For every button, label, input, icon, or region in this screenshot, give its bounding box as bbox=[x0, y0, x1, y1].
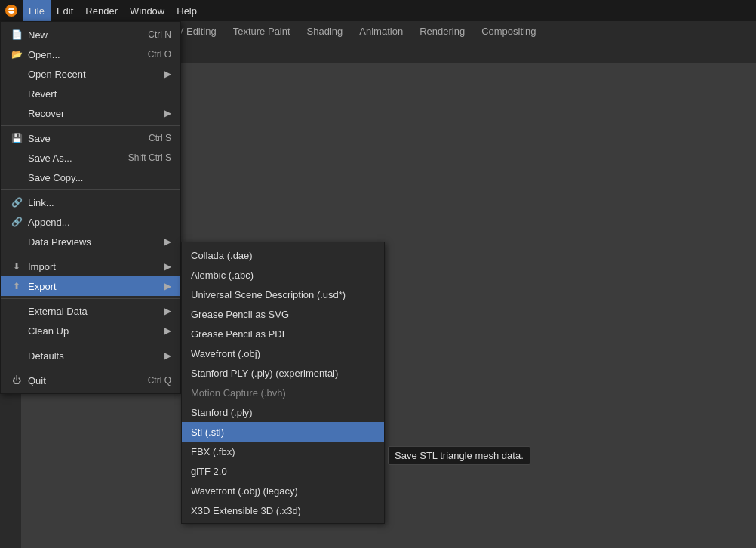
tab-shading[interactable]: Shading bbox=[300, 23, 351, 39]
menu-item-open-recent[interactable]: Open Recent ▶ bbox=[1, 64, 180, 84]
export-gltf[interactable]: glTF 2.0 bbox=[182, 461, 384, 481]
link-icon: 🔗 bbox=[10, 197, 23, 208]
new-label: New bbox=[28, 29, 48, 41]
menu-item-save-copy[interactable]: Save Copy... bbox=[1, 168, 180, 187]
export-stanford-ply[interactable]: Stanford (.ply) bbox=[182, 402, 384, 422]
menu-item-external-data[interactable]: External Data ▶ bbox=[1, 301, 180, 321]
append-icon: 🔗 bbox=[10, 217, 23, 227]
open-label: Open... bbox=[28, 49, 60, 60]
export-icon: ⬆ bbox=[10, 281, 23, 291]
menu-item-defaults[interactable]: Defaults ▶ bbox=[1, 346, 180, 365]
export-grease-pdf[interactable]: Grease Pencil as PDF bbox=[182, 324, 384, 343]
separator-6 bbox=[1, 368, 180, 368]
tab-compositing[interactable]: Compositing bbox=[474, 23, 543, 39]
menu-item-new[interactable]: 📄 New Ctrl N bbox=[1, 25, 180, 45]
file-dropdown-menu: 📄 New Ctrl N 📂 Open... Ctrl O Open Recen… bbox=[0, 21, 181, 394]
new-icon: 📄 bbox=[10, 29, 23, 40]
export-stl[interactable]: Stl (.stl) bbox=[182, 422, 384, 442]
external-data-label: External Data bbox=[28, 306, 88, 317]
clean-up-arrow: ▶ bbox=[164, 325, 171, 336]
export-x3d[interactable]: X3D Extensible 3D (.x3d) bbox=[182, 500, 384, 520]
recover-label: Recover bbox=[28, 108, 64, 119]
tab-rendering[interactable]: Rendering bbox=[412, 23, 472, 39]
export-wavefront-legacy[interactable]: Wavefront (.obj) (legacy) bbox=[182, 481, 384, 500]
external-data-arrow: ▶ bbox=[164, 306, 171, 316]
save-shortcut: Ctrl S bbox=[149, 133, 171, 143]
menu-item-recover[interactable]: Recover ▶ bbox=[1, 103, 180, 123]
open-recent-label: Open Recent bbox=[28, 69, 86, 80]
export-stanford-ply-exp-label: Stanford PLY (.ply) (experimental) bbox=[191, 368, 338, 379]
open-recent-arrow: ▶ bbox=[164, 69, 171, 79]
defaults-label: Defaults bbox=[28, 350, 64, 362]
open-shortcut: Ctrl O bbox=[148, 49, 171, 60]
menu-help[interactable]: Help bbox=[171, 0, 203, 21]
separator-4 bbox=[1, 298, 180, 299]
export-stl-label: Stl (.stl) bbox=[191, 426, 224, 438]
data-previews-label: Data Previews bbox=[28, 236, 91, 248]
append-label: Append... bbox=[28, 217, 70, 228]
export-usd[interactable]: Universal Scene Description (.usd*) bbox=[182, 285, 384, 304]
export-collada-label: Collada (.dae) bbox=[191, 250, 253, 261]
export-submenu: Collada (.dae) Alembic (.abc) Universal … bbox=[181, 242, 385, 524]
menu-item-save-as[interactable]: Save As... Shift Ctrl S bbox=[1, 148, 180, 168]
revert-label: Revert bbox=[28, 88, 57, 100]
import-icon: ⬇ bbox=[10, 261, 23, 272]
export-motion-capture[interactable]: Motion Capture (.bvh) bbox=[182, 383, 384, 402]
save-copy-label: Save Copy... bbox=[28, 172, 83, 183]
export-fbx-label: FBX (.fbx) bbox=[191, 446, 235, 457]
stl-tooltip: Save STL triangle mesh data. bbox=[388, 446, 530, 465]
quit-shortcut: Ctrl Q bbox=[148, 375, 171, 386]
export-gltf-label: glTF 2.0 bbox=[191, 466, 227, 477]
top-menubar: File Edit Render Window Help bbox=[0, 0, 756, 21]
export-alembic[interactable]: Alembic (.abc) bbox=[182, 265, 384, 285]
link-label: Link... bbox=[28, 197, 54, 208]
menu-edit[interactable]: Edit bbox=[51, 0, 79, 21]
menu-item-export[interactable]: ⬆ Export ▶ bbox=[1, 276, 180, 296]
tooltip-text: Save STL triangle mesh data. bbox=[395, 450, 524, 461]
menu-item-append[interactable]: 🔗 Append... bbox=[1, 212, 180, 232]
export-wavefront-obj-label: Wavefront (.obj) bbox=[191, 348, 260, 359]
quit-label: Quit bbox=[28, 375, 46, 386]
tab-animation[interactable]: Animation bbox=[352, 23, 410, 39]
export-grease-pdf-label: Grease Pencil as PDF bbox=[191, 328, 288, 340]
save-label: Save bbox=[28, 133, 51, 144]
export-wavefront-obj[interactable]: Wavefront (.obj) bbox=[182, 343, 384, 363]
export-motion-capture-label: Motion Capture (.bvh) bbox=[191, 387, 286, 399]
data-previews-arrow: ▶ bbox=[164, 236, 171, 247]
separator-5 bbox=[1, 343, 180, 343]
menu-item-quit[interactable]: ⏻ Quit Ctrl Q bbox=[1, 371, 180, 390]
save-as-label: Save As... bbox=[28, 152, 72, 164]
menu-item-save[interactable]: 💾 Save Ctrl S bbox=[1, 128, 180, 148]
open-icon: 📂 bbox=[10, 49, 23, 60]
menu-item-clean-up[interactable]: Clean Up ▶ bbox=[1, 321, 180, 340]
export-stanford-ply-label: Stanford (.ply) bbox=[191, 407, 253, 418]
menu-window[interactable]: Window bbox=[124, 0, 171, 21]
svg-rect-2 bbox=[8, 10, 15, 11]
separator-3 bbox=[1, 254, 180, 254]
export-stanford-ply-exp[interactable]: Stanford PLY (.ply) (experimental) bbox=[182, 363, 384, 383]
menu-file[interactable]: File bbox=[23, 0, 51, 21]
export-usd-label: Universal Scene Description (.usd*) bbox=[191, 289, 346, 300]
menu-item-revert[interactable]: Revert bbox=[1, 84, 180, 103]
recover-arrow: ▶ bbox=[164, 108, 171, 119]
save-as-shortcut: Shift Ctrl S bbox=[128, 152, 171, 163]
import-arrow: ▶ bbox=[164, 261, 171, 272]
blender-logo bbox=[3, 2, 20, 19]
menu-render[interactable]: Render bbox=[79, 0, 124, 21]
tab-texture-paint[interactable]: Texture Paint bbox=[226, 23, 298, 39]
quit-icon: ⏻ bbox=[10, 375, 23, 386]
export-grease-svg[interactable]: Grease Pencil as SVG bbox=[182, 304, 384, 324]
export-collada[interactable]: Collada (.dae) bbox=[182, 245, 384, 265]
menu-item-link[interactable]: 🔗 Link... bbox=[1, 192, 180, 212]
export-fbx[interactable]: FBX (.fbx) bbox=[182, 442, 384, 461]
defaults-arrow: ▶ bbox=[164, 350, 171, 361]
export-grease-svg-label: Grease Pencil as SVG bbox=[191, 309, 289, 320]
menu-item-open[interactable]: 📂 Open... Ctrl O bbox=[1, 45, 180, 64]
export-wavefront-legacy-label: Wavefront (.obj) (legacy) bbox=[191, 485, 298, 497]
separator-2 bbox=[1, 189, 180, 190]
menu-item-import[interactable]: ⬇ Import ▶ bbox=[1, 257, 180, 276]
separator-1 bbox=[1, 125, 180, 126]
export-label: Export bbox=[28, 281, 57, 292]
menu-item-data-previews[interactable]: Data Previews ▶ bbox=[1, 232, 180, 251]
clean-up-label: Clean Up bbox=[28, 325, 69, 337]
